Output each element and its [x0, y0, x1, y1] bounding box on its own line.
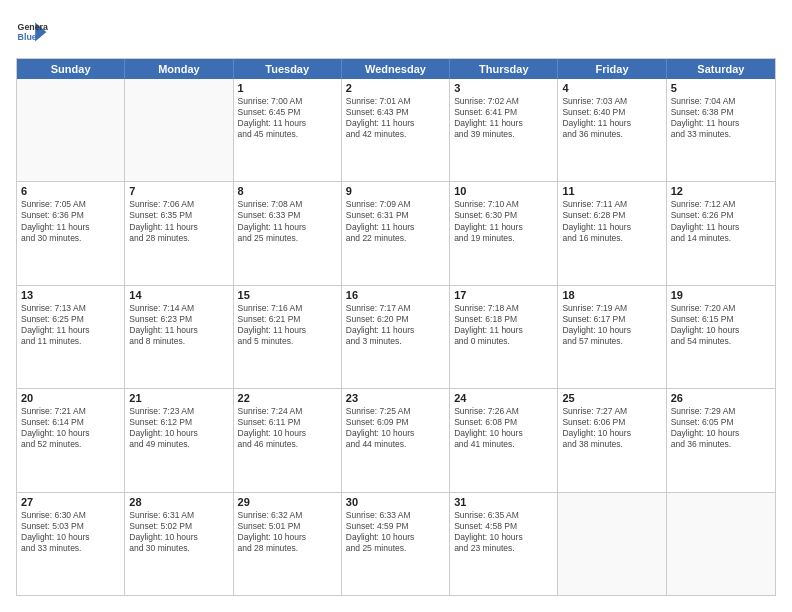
weekday-header: Thursday — [450, 59, 558, 79]
cell-line: and 46 minutes. — [238, 439, 337, 450]
cell-line: Sunrise: 6:30 AM — [21, 510, 120, 521]
calendar-cell — [125, 79, 233, 181]
cell-line: Sunset: 6:28 PM — [562, 210, 661, 221]
cell-line: Sunrise: 7:29 AM — [671, 406, 771, 417]
weekday-header: Friday — [558, 59, 666, 79]
cell-line: Sunrise: 6:32 AM — [238, 510, 337, 521]
calendar-cell — [667, 493, 775, 595]
calendar-row: 1Sunrise: 7:00 AMSunset: 6:45 PMDaylight… — [17, 79, 775, 182]
day-number: 13 — [21, 289, 120, 301]
day-number: 16 — [346, 289, 445, 301]
cell-line: and 39 minutes. — [454, 129, 553, 140]
calendar-cell: 24Sunrise: 7:26 AMSunset: 6:08 PMDayligh… — [450, 389, 558, 491]
cell-line: Sunset: 6:06 PM — [562, 417, 661, 428]
cell-line: Sunrise: 6:35 AM — [454, 510, 553, 521]
cell-line: and 36 minutes. — [671, 439, 771, 450]
weekday-header: Monday — [125, 59, 233, 79]
cell-line: Sunrise: 6:31 AM — [129, 510, 228, 521]
day-number: 14 — [129, 289, 228, 301]
cell-line: Sunset: 6:45 PM — [238, 107, 337, 118]
cell-line: and 16 minutes. — [562, 233, 661, 244]
cell-line: Sunrise: 7:16 AM — [238, 303, 337, 314]
cell-line: Daylight: 11 hours — [238, 325, 337, 336]
cell-line: Daylight: 10 hours — [346, 428, 445, 439]
cell-line: Daylight: 10 hours — [346, 532, 445, 543]
cell-line: and 49 minutes. — [129, 439, 228, 450]
calendar-cell: 23Sunrise: 7:25 AMSunset: 6:09 PMDayligh… — [342, 389, 450, 491]
cell-line: Sunrise: 7:25 AM — [346, 406, 445, 417]
calendar-header: SundayMondayTuesdayWednesdayThursdayFrid… — [17, 59, 775, 79]
cell-line: and 25 minutes. — [238, 233, 337, 244]
logo: General Blue — [16, 16, 52, 48]
cell-line: Daylight: 11 hours — [21, 325, 120, 336]
cell-line: Daylight: 11 hours — [346, 118, 445, 129]
cell-line: Daylight: 11 hours — [671, 222, 771, 233]
cell-line: Sunset: 6:15 PM — [671, 314, 771, 325]
calendar-cell: 18Sunrise: 7:19 AMSunset: 6:17 PMDayligh… — [558, 286, 666, 388]
cell-line: Sunrise: 7:03 AM — [562, 96, 661, 107]
cell-line: Sunrise: 7:10 AM — [454, 199, 553, 210]
cell-line: Sunrise: 7:12 AM — [671, 199, 771, 210]
cell-line: Sunset: 6:41 PM — [454, 107, 553, 118]
calendar-cell: 21Sunrise: 7:23 AMSunset: 6:12 PMDayligh… — [125, 389, 233, 491]
cell-line: Daylight: 10 hours — [238, 532, 337, 543]
cell-line: Daylight: 10 hours — [562, 428, 661, 439]
logo-icon: General Blue — [16, 16, 48, 48]
day-number: 7 — [129, 185, 228, 197]
day-number: 28 — [129, 496, 228, 508]
cell-line: and 8 minutes. — [129, 336, 228, 347]
cell-line: Sunrise: 7:17 AM — [346, 303, 445, 314]
cell-line: Sunset: 6:40 PM — [562, 107, 661, 118]
cell-line: Sunset: 6:38 PM — [671, 107, 771, 118]
cell-line: and 0 minutes. — [454, 336, 553, 347]
cell-line: and 28 minutes. — [129, 233, 228, 244]
cell-line: Sunset: 6:31 PM — [346, 210, 445, 221]
cell-line: Sunrise: 7:21 AM — [21, 406, 120, 417]
cell-line: and 52 minutes. — [21, 439, 120, 450]
cell-line: Sunrise: 7:13 AM — [21, 303, 120, 314]
cell-line: Sunset: 6:43 PM — [346, 107, 445, 118]
calendar-cell: 6Sunrise: 7:05 AMSunset: 6:36 PMDaylight… — [17, 182, 125, 284]
cell-line: Sunset: 6:20 PM — [346, 314, 445, 325]
cell-line: and 23 minutes. — [454, 543, 553, 554]
cell-line: Daylight: 11 hours — [238, 118, 337, 129]
cell-line: and 57 minutes. — [562, 336, 661, 347]
cell-line: Sunset: 4:58 PM — [454, 521, 553, 532]
cell-line: and 5 minutes. — [238, 336, 337, 347]
cell-line: Daylight: 10 hours — [454, 428, 553, 439]
cell-line: and 25 minutes. — [346, 543, 445, 554]
cell-line: Sunset: 6:17 PM — [562, 314, 661, 325]
svg-text:General: General — [18, 22, 48, 32]
day-number: 5 — [671, 82, 771, 94]
cell-line: Sunrise: 7:05 AM — [21, 199, 120, 210]
cell-line: and 22 minutes. — [346, 233, 445, 244]
day-number: 23 — [346, 392, 445, 404]
cell-line: Sunrise: 6:33 AM — [346, 510, 445, 521]
cell-line: and 28 minutes. — [238, 543, 337, 554]
cell-line: and 33 minutes. — [671, 129, 771, 140]
cell-line: and 30 minutes. — [21, 233, 120, 244]
cell-line: Sunrise: 7:20 AM — [671, 303, 771, 314]
day-number: 15 — [238, 289, 337, 301]
cell-line: Daylight: 11 hours — [671, 118, 771, 129]
day-number: 22 — [238, 392, 337, 404]
cell-line: Sunset: 6:05 PM — [671, 417, 771, 428]
calendar-cell: 8Sunrise: 7:08 AMSunset: 6:33 PMDaylight… — [234, 182, 342, 284]
cell-line: and 45 minutes. — [238, 129, 337, 140]
cell-line: Sunrise: 7:09 AM — [346, 199, 445, 210]
cell-line: and 33 minutes. — [21, 543, 120, 554]
cell-line: Sunrise: 7:24 AM — [238, 406, 337, 417]
cell-line: Daylight: 11 hours — [562, 222, 661, 233]
cell-line: Sunrise: 7:08 AM — [238, 199, 337, 210]
cell-line: Daylight: 10 hours — [671, 325, 771, 336]
day-number: 1 — [238, 82, 337, 94]
cell-line: Sunrise: 7:06 AM — [129, 199, 228, 210]
calendar-cell: 11Sunrise: 7:11 AMSunset: 6:28 PMDayligh… — [558, 182, 666, 284]
cell-line: Daylight: 10 hours — [21, 532, 120, 543]
calendar-cell: 27Sunrise: 6:30 AMSunset: 5:03 PMDayligh… — [17, 493, 125, 595]
cell-line: Sunset: 5:02 PM — [129, 521, 228, 532]
calendar-cell: 14Sunrise: 7:14 AMSunset: 6:23 PMDayligh… — [125, 286, 233, 388]
weekday-header: Saturday — [667, 59, 775, 79]
cell-line: Sunrise: 7:19 AM — [562, 303, 661, 314]
cell-line: Daylight: 10 hours — [21, 428, 120, 439]
